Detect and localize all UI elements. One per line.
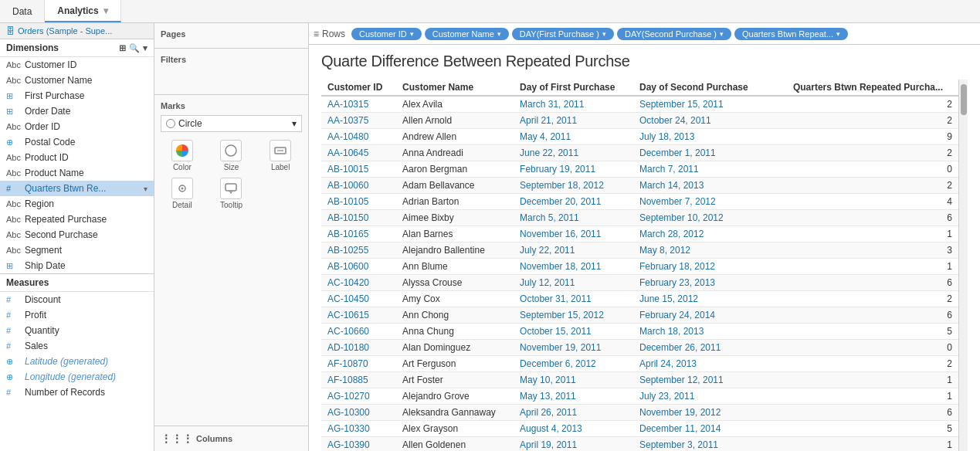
- filters-title: Filters: [161, 55, 302, 64]
- data-table: Customer ID Customer Name Day of First P…: [321, 80, 958, 451]
- sidebar-item-customer-id[interactable]: Abc Customer ID: [0, 57, 154, 73]
- sidebar-item-postal-code[interactable]: ⊕ Postal Code: [0, 134, 154, 150]
- cell-customer-name: Alan Dominguez: [396, 340, 514, 356]
- sidebar-item-longitude[interactable]: ⊕ Longitude (generated): [0, 369, 154, 385]
- pill-second-purchase[interactable]: DAY(Second Purchase ) ▾: [617, 28, 731, 40]
- cell-first-purchase: December 20, 2011: [514, 194, 633, 210]
- sidebar-item-label: First Purchase: [25, 90, 84, 101]
- svg-rect-5: [226, 184, 236, 191]
- item-type-icon: #: [6, 388, 22, 397]
- pill-dropdown-icon: ▾: [602, 30, 606, 38]
- table-row[interactable]: AC-10615Ann ChongSeptember 15, 2012Febru…: [321, 307, 958, 324]
- cell-quarters: 6: [768, 307, 958, 324]
- table-row[interactable]: AB-10150Aimee BixbyMarch 5, 2011Septembe…: [321, 210, 958, 226]
- sidebar-item-latitude[interactable]: ⊕ Latitude (generated): [0, 354, 154, 369]
- sidebar-item-label: Discount: [25, 294, 61, 305]
- marks-label-label: Label: [271, 163, 290, 171]
- marks-tooltip-item[interactable]: Tooltip: [210, 178, 253, 209]
- table-row[interactable]: AB-10015Aaron BergmanFebruary 19, 2011Ma…: [321, 161, 958, 178]
- cell-first-purchase: July 12, 2011: [514, 275, 633, 291]
- pill-customer-id[interactable]: Customer ID ▾: [351, 28, 422, 40]
- table-row[interactable]: AA-10375Allen ArnoldApril 21, 2011Octobe…: [321, 113, 958, 129]
- marks-size-item[interactable]: Size: [210, 140, 253, 171]
- table-row[interactable]: AA-10645Anna AndreadiJune 22, 2011Decemb…: [321, 145, 958, 161]
- tab-analytics[interactable]: Analytics ▾: [45, 0, 120, 22]
- data-source[interactable]: 🗄 Orders (Sample - Supe...: [0, 23, 154, 39]
- sidebar-item-product-name[interactable]: Abc Product Name: [0, 165, 154, 181]
- tab-close-icon[interactable]: ▾: [103, 5, 108, 16]
- marks-color-item[interactable]: Color: [161, 140, 204, 171]
- sidebar-item-segment[interactable]: Abc Segment: [0, 242, 154, 258]
- table-row[interactable]: AG-10390Allen GoldenenApril 19, 2011Sept…: [321, 437, 958, 452]
- marks-label-item[interactable]: Label: [259, 140, 302, 171]
- cell-quarters: 1: [768, 226, 958, 242]
- table-row[interactable]: AB-10600Ann BlumeNovember 18, 2011Februa…: [321, 259, 958, 275]
- svg-point-4: [181, 188, 183, 190]
- table-row[interactable]: AA-10315Alex AvilaMarch 31, 2011Septembe…: [321, 96, 958, 113]
- sidebar-item-quarters[interactable]: # Quarters Btwn Re... ▾: [0, 181, 154, 196]
- table-row[interactable]: AF-10870Art FergusonDecember 6, 2012Apri…: [321, 356, 958, 372]
- pill-quarters[interactable]: Quarters Btwn Repeat... ▾: [734, 28, 848, 40]
- cell-customer-name: Adrian Barton: [396, 194, 514, 210]
- tab-analytics-label: Analytics: [57, 5, 98, 16]
- pill-dropdown-icon: ▾: [410, 30, 414, 38]
- cell-first-purchase: May 4, 2011: [514, 129, 633, 145]
- item-type-icon: #: [6, 341, 22, 351]
- sidebar-item-region[interactable]: Abc Region: [0, 196, 154, 212]
- table-row[interactable]: AF-10885Art FosterMay 10, 2011September …: [321, 372, 958, 388]
- table-row[interactable]: AG-10270Alejandro GroveMay 13, 2011July …: [321, 388, 958, 405]
- table-row[interactable]: AC-10420Alyssa CrouseJuly 12, 2011Februa…: [321, 275, 958, 291]
- chevron-right-icon: ▾: [144, 185, 148, 193]
- table-row[interactable]: AC-10450Amy CoxOctober 31, 2011June 15, …: [321, 291, 958, 307]
- pill-customer-name[interactable]: Customer Name ▾: [425, 28, 509, 40]
- circle-icon: [166, 119, 175, 128]
- marks-detail-item[interactable]: Detail: [161, 178, 204, 209]
- table-row[interactable]: AB-10105Adrian BartonDecember 20, 2011No…: [321, 194, 958, 210]
- sidebar-item-first-purchase[interactable]: ⊞ First Purchase: [0, 88, 154, 103]
- sidebar-item-second-purchase[interactable]: Abc Second Purchase: [0, 227, 154, 242]
- sidebar-item-order-date[interactable]: ⊞ Order Date: [0, 103, 154, 119]
- sidebar-item-ship-date[interactable]: ⊞ Ship Date: [0, 258, 154, 273]
- cell-second-purchase: October 24, 2011: [633, 113, 768, 129]
- item-type-icon: Abc: [6, 230, 22, 239]
- sidebar-item-label: Profit: [25, 310, 46, 320]
- grid-icon[interactable]: ⊞: [119, 43, 126, 53]
- sidebar-item-discount[interactable]: # Discount: [0, 292, 154, 307]
- cell-customer-id: AC-10660: [321, 324, 396, 340]
- table-row[interactable]: AB-10060Adam BellavanceSeptember 18, 201…: [321, 178, 958, 194]
- sidebar-item-profit[interactable]: # Profit: [0, 307, 154, 323]
- sidebar-item-sales[interactable]: # Sales: [0, 338, 154, 354]
- table-row[interactable]: AB-10255Alejandro BallentineJuly 22, 201…: [321, 242, 958, 259]
- pill-first-purchase[interactable]: DAY(First Purchase ) ▾: [512, 28, 614, 40]
- table-row[interactable]: AA-10480Andrew AllenMay 4, 2011July 18, …: [321, 129, 958, 145]
- dimensions-icons: ⊞ 🔍 ▾: [119, 43, 148, 53]
- cell-customer-id: AG-10390: [321, 437, 396, 452]
- cell-customer-name: Anna Chung: [396, 324, 514, 340]
- columns-title: ⋮⋮⋮ Columns: [161, 432, 302, 445]
- marks-dropdown-label: Circle: [178, 118, 202, 129]
- table-row[interactable]: AC-10660Anna ChungOctober 15, 2011March …: [321, 324, 958, 340]
- tab-data[interactable]: Data: [0, 0, 45, 22]
- scrollbar-thumb[interactable]: [961, 84, 967, 115]
- item-type-icon: #: [6, 326, 22, 335]
- sidebar-item-quantity[interactable]: # Quantity: [0, 323, 154, 338]
- table-inner: Customer ID Customer Name Day of First P…: [321, 80, 958, 451]
- search-icon[interactable]: 🔍: [129, 43, 140, 53]
- table-row[interactable]: AG-10300Aleksandra GannawayApril 26, 201…: [321, 405, 958, 421]
- table-row[interactable]: AB-10165Alan BarnesNovember 16, 2011Marc…: [321, 226, 958, 242]
- cell-second-purchase: September 3, 2011: [633, 437, 768, 452]
- sidebar-item-num-records[interactable]: # Number of Records: [0, 385, 154, 400]
- chevron-down-icon[interactable]: ▾: [143, 43, 148, 53]
- sidebar-item-customer-name[interactable]: Abc Customer Name: [0, 73, 154, 88]
- sidebar-item-product-id[interactable]: Abc Product ID: [0, 150, 154, 165]
- table-row[interactable]: AG-10330Alex GraysonAugust 4, 2013Decemb…: [321, 421, 958, 437]
- table-scrollbar[interactable]: [958, 80, 968, 451]
- table-row[interactable]: AD-10180Alan DominguezNovember 19, 2011D…: [321, 340, 958, 356]
- table-container: Customer ID Customer Name Day of First P…: [321, 80, 968, 451]
- cell-customer-id: AB-10060: [321, 178, 396, 194]
- marks-type-dropdown[interactable]: Circle ▾: [161, 115, 302, 132]
- cell-customer-name: Aleksandra Gannaway: [396, 405, 514, 421]
- sidebar-item-order-id[interactable]: Abc Order ID: [0, 119, 154, 134]
- cell-customer-id: AA-10375: [321, 113, 396, 129]
- sidebar-item-repeated-purchase[interactable]: Abc Repeated Purchase: [0, 212, 154, 227]
